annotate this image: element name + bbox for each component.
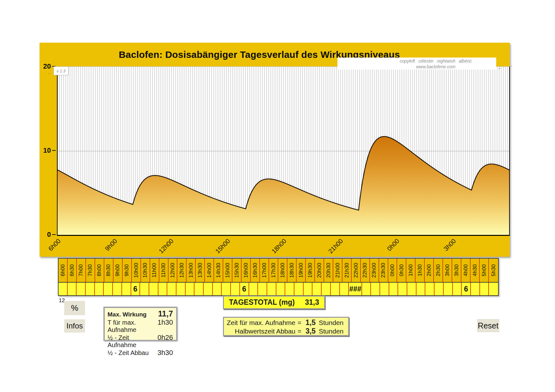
- dose-cell-2h00[interactable]: [425, 283, 435, 295]
- schedule-time-header-1h30: 1h30: [416, 259, 425, 282]
- dose-cell-10h00[interactable]: 6: [131, 283, 140, 295]
- dose-cell-1h00[interactable]: [407, 283, 416, 295]
- schedule-time-header-10h00: 10h00: [132, 259, 141, 282]
- dose-cell-14h30[interactable]: [213, 283, 222, 295]
- dose-cell-21h00[interactable]: [331, 283, 340, 295]
- y-axis-label: 10: [38, 146, 51, 155]
- dose-cell-21h30[interactable]: [340, 283, 349, 295]
- reset-button[interactable]: Reset: [477, 319, 499, 332]
- dose-cell-18h30[interactable]: [285, 283, 294, 295]
- param-value[interactable]: 1,5: [304, 318, 318, 327]
- dose-cell-11h00[interactable]: [149, 283, 158, 295]
- dose-cell-17h00[interactable]: [258, 283, 267, 295]
- schedule-time-label: 8h00: [96, 264, 102, 276]
- dose-schedule-table: 6h006h307h007h308h008h309h009h3010h0010h…: [58, 258, 499, 296]
- schedule-time-header-3h30: 3h30: [452, 259, 461, 282]
- dose-cell-5h00[interactable]: [480, 283, 489, 295]
- schedule-time-header-4h30: 4h30: [471, 259, 480, 282]
- dose-cell-23h00[interactable]: [371, 283, 380, 295]
- dose-cell-3h30[interactable]: [453, 283, 462, 295]
- schedule-time-header-21h30: 21h30: [342, 259, 352, 282]
- pk-params-box: Zeit für max. Aufnahme=1,5StundenHalbwer…: [223, 317, 349, 336]
- dose-cell-7h00[interactable]: [77, 283, 86, 295]
- schedule-time-header-18h00: 18h00: [278, 259, 287, 282]
- dose-cell-11h30[interactable]: [158, 283, 168, 295]
- dose-cell-10h30[interactable]: [140, 283, 149, 295]
- dose-cell-8h30[interactable]: [104, 283, 113, 295]
- dose-cell-1h30[interactable]: [416, 283, 426, 295]
- reset-button-label: Reset: [478, 321, 498, 330]
- dose-cell-16h30[interactable]: [249, 283, 258, 295]
- stats-label: ½ - Zeit Aufnahme: [108, 334, 157, 349]
- stats-row: Max. Wirkung11,7: [108, 309, 173, 318]
- infos-button[interactable]: Infos: [64, 319, 85, 333]
- dose-cell-22h30[interactable]: [362, 283, 371, 295]
- y-axis-label: 0: [38, 230, 51, 239]
- schedule-time-header-15h30: 15h30: [232, 259, 242, 282]
- dose-cell-2h30[interactable]: [435, 283, 444, 295]
- dose-cell-15h30[interactable]: [231, 283, 240, 295]
- stats-row: T für max. Aufnahme1h30: [108, 318, 173, 334]
- dose-cell-14h00[interactable]: [204, 283, 213, 295]
- param-unit: Stunden: [319, 328, 343, 335]
- dose-cell-5h30[interactable]: [489, 283, 498, 295]
- dose-cell-18h00[interactable]: [276, 283, 286, 295]
- schedule-time-header-12h00: 12h00: [169, 259, 178, 282]
- dose-cell-19h30[interactable]: [304, 283, 313, 295]
- dose-cell-0h00[interactable]: [389, 283, 398, 295]
- dose-cell-13h30[interactable]: [194, 283, 204, 295]
- schedule-time-label: 3h30: [453, 264, 460, 276]
- dose-cell-23h30[interactable]: [380, 283, 389, 295]
- schedule-value-row: 66###6: [59, 282, 498, 295]
- percent-button-label: %: [71, 303, 78, 313]
- schedule-time-label: 10h30: [142, 263, 148, 278]
- pk-stats-box: Max. Wirkung11,7T für max. Aufnahme1h30½…: [103, 307, 177, 341]
- dose-cell-4h30[interactable]: [471, 283, 480, 295]
- schedule-time-label: 19h00: [298, 263, 304, 278]
- y-tick: [52, 150, 56, 151]
- stray-dot-left: .: [48, 70, 50, 75]
- dose-cell-0h30[interactable]: [398, 283, 407, 295]
- schedule-time-header-14h00: 14h00: [205, 259, 214, 282]
- schedule-time-header-8h00: 8h00: [95, 259, 104, 282]
- schedule-time-header-9h30: 9h30: [123, 259, 132, 282]
- schedule-time-header-8h30: 8h30: [104, 259, 114, 282]
- dose-cell-8h00[interactable]: [95, 283, 104, 295]
- schedule-time-header-20h30: 20h30: [324, 259, 333, 282]
- dose-cell-12h00[interactable]: [167, 283, 176, 295]
- schedule-time-label: 3h00: [444, 264, 451, 276]
- schedule-time-label: 23h30: [380, 263, 386, 278]
- stats-value: 11,7: [158, 309, 173, 318]
- dose-cell-9h30[interactable]: [122, 283, 131, 295]
- schedule-time-header-0h00: 0h00: [388, 259, 398, 282]
- param-value[interactable]: 3,5: [304, 327, 318, 335]
- schedule-time-label: 18h00: [279, 263, 286, 278]
- dose-cell-6h30[interactable]: [68, 283, 77, 295]
- dose-cell-20h00[interactable]: [312, 283, 322, 295]
- stats-row: ½ - Zeit Aufnahme0h26: [108, 334, 173, 349]
- dose-cell-7h30[interactable]: [86, 283, 95, 295]
- dose-cell-12h30[interactable]: [176, 283, 186, 295]
- schedule-time-label: 9h00: [114, 264, 121, 276]
- dose-cell-17h30[interactable]: [267, 283, 276, 295]
- percent-button[interactable]: %: [64, 301, 85, 315]
- dose-cell-6h00[interactable]: [59, 283, 68, 295]
- dose-cell-15h00[interactable]: [222, 283, 231, 295]
- dose-cell-20h30[interactable]: [322, 283, 331, 295]
- dose-cell-16h00[interactable]: 6: [240, 283, 249, 295]
- schedule-time-header-3h00: 3h00: [443, 259, 452, 282]
- schedule-time-header-11h30: 11h30: [159, 259, 169, 282]
- dose-cell-9h00[interactable]: [113, 283, 122, 295]
- schedule-time-label: 0h30: [398, 264, 405, 276]
- dose-cell-22h00[interactable]: ###: [349, 283, 362, 295]
- dose-cell-4h00[interactable]: 6: [462, 283, 471, 295]
- version-label: v 1.3: [57, 69, 65, 73]
- dose-cell-13h00[interactable]: [186, 283, 195, 295]
- schedule-time-label: 23h00: [371, 263, 377, 278]
- schedule-time-header-2h00: 2h00: [425, 259, 434, 282]
- schedule-time-label: 16h30: [252, 263, 258, 278]
- dose-cell-19h00[interactable]: [294, 283, 304, 295]
- schedule-time-header-13h00: 13h00: [187, 259, 196, 282]
- schedule-time-header-20h00: 20h00: [315, 259, 324, 282]
- dose-cell-3h00[interactable]: [444, 283, 453, 295]
